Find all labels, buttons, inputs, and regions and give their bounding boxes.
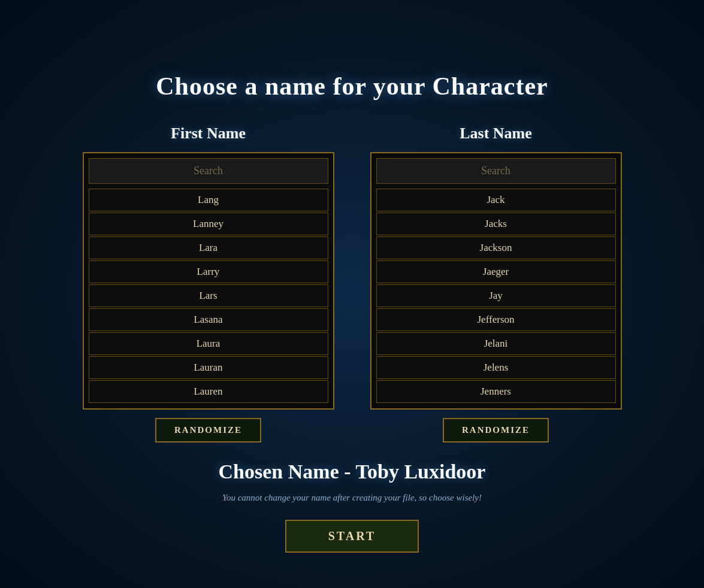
columns-row: First Name LangLanneyLaraLarryLarsLasana…: [83, 125, 622, 442]
list-item[interactable]: Jacks: [376, 213, 616, 235]
start-button[interactable]: START: [285, 520, 419, 553]
list-item[interactable]: Jaeger: [376, 260, 616, 283]
chosen-name-display: Chosen Name - Toby Luxidoor: [219, 460, 486, 483]
first-name-label: First Name: [171, 125, 246, 143]
first-name-randomize-button[interactable]: RANDOMIZE: [155, 418, 261, 442]
list-item[interactable]: Lang: [89, 189, 328, 211]
list-item[interactable]: Jefferson: [376, 308, 616, 331]
list-item[interactable]: Jelens: [376, 356, 616, 379]
list-item[interactable]: Jenners: [376, 380, 616, 403]
last-name-column: Last Name JackJacksJacksonJaegerJayJeffe…: [370, 125, 622, 442]
last-name-randomize-button[interactable]: RANDOMIZE: [443, 418, 549, 442]
last-name-list[interactable]: JackJacksJacksonJaegerJayJeffersonJelani…: [376, 189, 616, 404]
list-item[interactable]: Lanney: [89, 213, 328, 235]
list-item[interactable]: Jack: [376, 189, 616, 211]
first-name-list[interactable]: LangLanneyLaraLarryLarsLasanaLauraLauran…: [89, 189, 328, 404]
list-item[interactable]: Lauran: [89, 356, 328, 379]
last-name-list-container: JackJacksJacksonJaegerJayJeffersonJelani…: [370, 152, 622, 410]
warning-text: You cannot change your name after creati…: [222, 493, 482, 503]
first-name-search-input[interactable]: [89, 158, 328, 184]
first-name-column: First Name LangLanneyLaraLarryLarsLasana…: [83, 125, 334, 442]
first-name-list-container: LangLanneyLaraLarryLarsLasanaLauraLauran…: [83, 152, 334, 410]
list-item[interactable]: Lara: [89, 237, 328, 259]
list-item[interactable]: Lauren: [89, 380, 328, 403]
last-name-search-input[interactable]: [376, 158, 616, 184]
list-item[interactable]: Lars: [89, 284, 328, 307]
list-item[interactable]: Lasana: [89, 308, 328, 331]
last-name-label: Last Name: [460, 125, 532, 143]
list-item[interactable]: Laura: [89, 332, 328, 355]
list-item[interactable]: Larry: [89, 260, 328, 283]
list-item[interactable]: Jackson: [376, 237, 616, 259]
page-title: Choose a name for your Character: [156, 72, 548, 101]
list-item[interactable]: Jay: [376, 284, 616, 307]
list-item[interactable]: Jelani: [376, 332, 616, 355]
